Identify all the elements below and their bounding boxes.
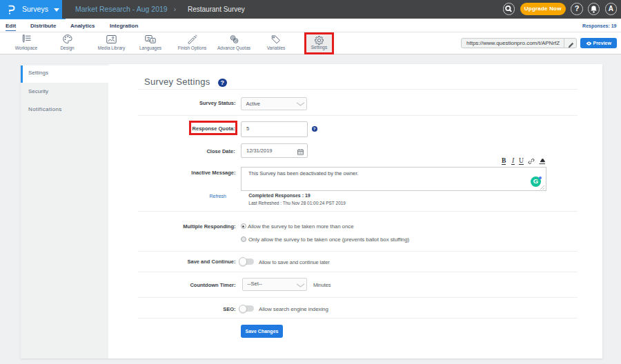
svg-text:A: A xyxy=(152,39,155,43)
svg-text:文: 文 xyxy=(147,37,151,41)
